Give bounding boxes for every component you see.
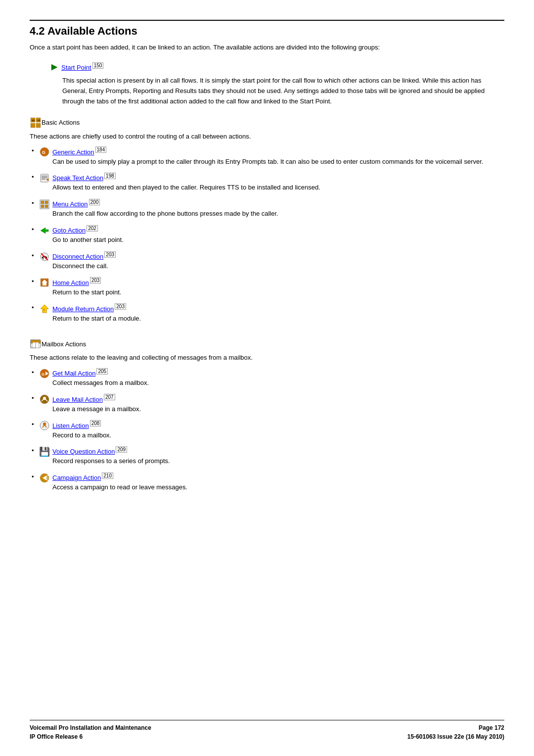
list-item: Menu Action200 Branch the call flow acco… <box>30 199 504 219</box>
svg-text:G: G <box>42 372 44 377</box>
generic-action-link[interactable]: Generic Action <box>52 148 94 156</box>
home-action-link[interactable]: Home Action <box>52 279 89 286</box>
disconnect-action-page: 203 <box>104 251 116 258</box>
basic-actions-section: ab cd Basic Actions These actions are ch… <box>30 117 504 323</box>
module-return-action-icon: ! <box>40 304 49 314</box>
list-item: Listen Action208 Record to a mailbox. <box>30 421 504 440</box>
svg-rect-3 <box>31 123 35 128</box>
disconnect-action-link[interactable]: Disconnect Action <box>52 253 103 260</box>
list-item: Leave Mail Action207 Leave a message in … <box>30 394 504 414</box>
list-item: G Get Mail Action205 Collect messages fr… <box>30 369 504 388</box>
start-point-section: Start Point150 This special action is pr… <box>30 62 504 107</box>
svg-point-38 <box>43 423 46 425</box>
listen-action-desc: Record to a mailbox. <box>52 430 504 440</box>
goto-action-link[interactable]: Goto Action <box>52 227 86 234</box>
campaign-action-page: 210 <box>102 472 113 479</box>
mailbox-actions-list: G Get Mail Action205 Collect messages fr… <box>30 369 504 492</box>
footer-left-line1: Voicemail Pro Installation and Maintenan… <box>30 723 151 732</box>
campaign-action-icon <box>40 473 49 483</box>
generic-action-icon: G <box>40 147 49 157</box>
footer-left-line2: IP Office Release 6 <box>30 732 151 741</box>
speak-text-action-desc: Allows text to entered and then played t… <box>52 183 504 192</box>
leave-mail-action-link[interactable]: Leave Mail Action <box>52 396 103 403</box>
list-item: Campaign Action210 Access a campaign to … <box>30 473 504 492</box>
list-item: G Generic Action184 Can be used to simpl… <box>30 147 504 166</box>
svg-rect-17 <box>41 205 44 208</box>
svg-rect-4 <box>36 123 41 128</box>
generic-action-desc: Can be used to simply play a prompt to t… <box>52 157 504 167</box>
svg-rect-18 <box>45 205 48 208</box>
goto-action-desc: Go to another start point. <box>52 235 504 245</box>
voice-question-action-icon: 💾 <box>40 447 49 457</box>
svg-text:cd: cd <box>37 119 40 122</box>
leave-mail-action-icon <box>40 394 49 404</box>
svg-marker-0 <box>51 64 57 70</box>
start-point-link[interactable]: Start Point <box>61 64 91 71</box>
basic-actions-list: G Generic Action184 Can be used to simpl… <box>30 147 504 323</box>
list-item: ! Module Return Action203 Return to the … <box>30 304 504 323</box>
basic-actions-title: Basic Actions <box>42 119 80 126</box>
get-mail-action-desc: Collect messages from a mailbox. <box>52 378 504 388</box>
menu-action-page: 200 <box>89 199 100 205</box>
speak-text-action-link[interactable]: Speak Text Action <box>52 174 103 182</box>
svg-rect-9 <box>41 174 48 182</box>
svg-rect-15 <box>41 201 44 204</box>
get-mail-action-icon: G <box>40 369 49 378</box>
mailbox-actions-icon <box>30 338 42 350</box>
menu-action-desc: Branch the call flow according to the ph… <box>52 209 504 219</box>
leave-mail-action-page: 207 <box>104 394 115 400</box>
list-item: Speak Text Action198 Allows text to ente… <box>30 173 504 192</box>
svg-marker-19 <box>41 228 48 234</box>
get-mail-action-link[interactable]: Get Mail Action <box>52 370 95 377</box>
start-point-page: 150 <box>92 62 104 69</box>
campaign-action-desc: Access a campaign to read or leave messa… <box>52 482 504 492</box>
listen-action-link[interactable]: Listen Action <box>52 422 89 429</box>
module-return-action-link[interactable]: Module Return Action <box>52 305 114 313</box>
svg-marker-26 <box>41 305 48 313</box>
intro-text: Once a start point has been added, it ca… <box>30 43 504 52</box>
menu-action-icon <box>40 199 49 209</box>
module-return-action-desc: Return to the start of a module. <box>52 314 504 324</box>
list-item: Goto Action202 Go to another start point… <box>30 226 504 245</box>
voice-question-action-link[interactable]: Voice Question Action <box>52 448 115 455</box>
list-item: 💾 Voice Question Action209 Record respon… <box>30 447 504 466</box>
list-item: Disconnect Action203 Disconnect the call… <box>30 252 504 271</box>
page-footer: Voicemail Pro Installation and Maintenan… <box>30 720 504 741</box>
svg-text:ab: ab <box>32 119 35 122</box>
goto-action-icon <box>40 226 49 236</box>
svg-text:G: G <box>42 150 45 155</box>
svg-point-36 <box>43 397 46 400</box>
footer-page: Page 172 <box>407 723 504 732</box>
module-return-action-page: 203 <box>115 303 126 310</box>
home-action-page: 203 <box>90 277 101 284</box>
voice-question-action-page: 209 <box>116 446 127 453</box>
get-mail-action-page: 205 <box>96 368 108 375</box>
voice-question-action-desc: Record responses to a series of prompts. <box>52 456 504 466</box>
listen-action-page: 208 <box>90 420 101 426</box>
goto-action-page: 202 <box>87 225 98 232</box>
speak-text-action-page: 198 <box>104 173 116 179</box>
mailbox-actions-title: Mailbox Actions <box>42 340 86 348</box>
basic-actions-desc: These actions are chiefly used to contro… <box>30 132 504 142</box>
speak-text-action-icon <box>40 173 49 183</box>
footer-right: Page 172 15-601063 Issue 22e (16 May 201… <box>407 723 504 741</box>
menu-action-link[interactable]: Menu Action <box>52 200 88 208</box>
generic-action-page: 184 <box>95 146 107 153</box>
home-action-desc: Return to the start point. <box>52 287 504 297</box>
footer-issue: 15-601063 Issue 22e (16 May 2010) <box>407 732 504 741</box>
campaign-action-link[interactable]: Campaign Action <box>52 474 101 481</box>
listen-action-icon <box>40 421 49 430</box>
basic-actions-icon: ab cd <box>30 117 42 129</box>
leave-mail-action-desc: Leave a message in a mailbox. <box>52 404 504 414</box>
svg-rect-16 <box>45 201 48 204</box>
footer-left: Voicemail Pro Installation and Maintenan… <box>30 723 151 741</box>
svg-text:!: ! <box>44 308 44 312</box>
start-point-desc: This special action is present by in all… <box>49 75 504 107</box>
list-item: Home Action203 Return to the start point… <box>30 278 504 297</box>
mailbox-actions-section: Mailbox Actions These actions relate to … <box>30 338 504 492</box>
start-point-icon <box>49 62 59 72</box>
disconnect-action-desc: Disconnect the call. <box>52 261 504 271</box>
home-action-icon <box>40 278 49 287</box>
page-title: 4.2 Available Actions <box>30 20 504 38</box>
disconnect-action-icon <box>40 252 49 262</box>
